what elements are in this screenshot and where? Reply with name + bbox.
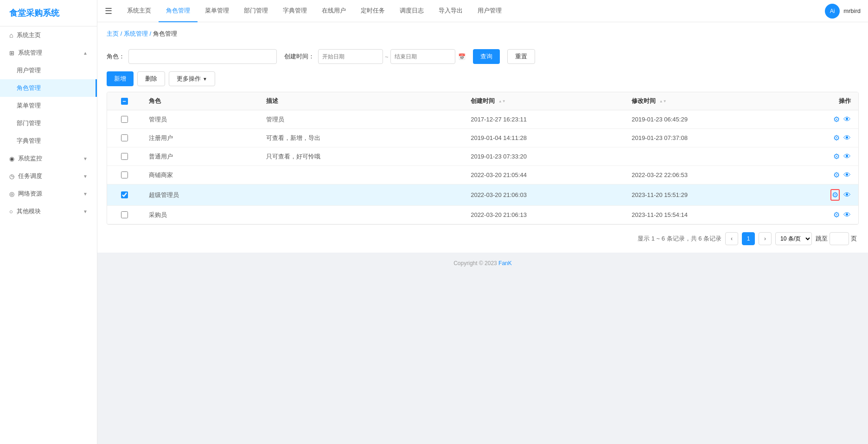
tab-online-users[interactable]: 在线用户 <box>314 0 353 22</box>
eye-icon-5[interactable]: 👁 <box>843 211 851 219</box>
tab-scheduled-tasks[interactable]: 定时任务 <box>353 0 392 22</box>
row-checkbox-4[interactable] <box>121 191 128 198</box>
tab-user-management[interactable]: 用户管理 <box>470 0 509 22</box>
sidebar-group-other-title[interactable]: ○ 其他模块 ▼ <box>0 203 97 220</box>
row-desc-3 <box>259 166 464 184</box>
reset-button[interactable]: 重置 <box>507 49 535 64</box>
role-input[interactable] <box>128 49 277 64</box>
row-checkbox-1[interactable] <box>121 134 128 141</box>
sidebar-group-network-title[interactable]: ◎ 网络资源 ▼ <box>0 185 97 203</box>
row-role-1: 注册用户 <box>141 129 258 147</box>
row-role-4: 超级管理员 <box>141 184 258 206</box>
more-button[interactable]: 更多操作 ▼ <box>169 71 215 86</box>
eye-icon-4[interactable]: 👁 <box>843 191 851 199</box>
tab-import-export[interactable]: 导入导出 <box>431 0 470 22</box>
calendar-icon: 📅 <box>458 53 466 60</box>
row-checkbox-cell-1[interactable] <box>107 129 141 147</box>
row-checkbox-2[interactable] <box>121 153 128 160</box>
eye-icon-2[interactable]: 👁 <box>843 152 851 161</box>
row-checkbox-cell-4[interactable] <box>107 184 141 206</box>
row-desc-4 <box>259 184 464 206</box>
row-checkbox-5[interactable] <box>121 211 128 218</box>
goto-page: 跳至 页 <box>816 232 857 245</box>
tab-system-home[interactable]: 系统主页 <box>120 0 159 22</box>
tab-menu-management[interactable]: 菜单管理 <box>198 0 236 22</box>
header-action: 操作 <box>785 92 858 110</box>
goto-input[interactable] <box>830 232 849 245</box>
chevron-up-icon: ▲ <box>83 51 88 56</box>
breadcrumb-home[interactable]: 主页 <box>107 30 119 37</box>
chevron-down-icon-monitor: ▼ <box>83 156 88 161</box>
tab-role-management[interactable]: 角色管理 <box>159 0 198 22</box>
row-checkbox-cell-5[interactable] <box>107 206 141 224</box>
per-page-select[interactable]: 10 条/页 20 条/页 50 条/页 <box>775 232 812 245</box>
sidebar-group-other: ○ 其他模块 ▼ <box>0 203 97 220</box>
gear-icon-3[interactable]: ⚙ <box>833 171 840 179</box>
gear-icon-1[interactable]: ⚙ <box>833 133 840 142</box>
row-checkbox-cell-0[interactable] <box>107 110 141 129</box>
row-checkbox-0[interactable] <box>121 116 128 123</box>
content-area: 主页 / 系统管理 / 角色管理 角色： 创建时间： <box>97 22 868 444</box>
delete-button[interactable]: 删除 <box>137 71 165 86</box>
row-create-5: 2022-03-20 21:06:13 <box>463 206 624 224</box>
end-date-input[interactable] <box>390 49 455 64</box>
add-button[interactable]: 新增 <box>107 71 134 86</box>
footer-link[interactable]: FanK <box>498 260 512 266</box>
tab-schedule-log[interactable]: 调度日志 <box>392 0 431 22</box>
query-button[interactable]: 查询 <box>473 49 500 64</box>
start-date-input[interactable] <box>318 49 383 64</box>
hamburger-icon[interactable]: ☰ <box>105 6 112 16</box>
sidebar-group-system-title[interactable]: ⊞ 系统管理 ▲ <box>0 44 97 62</box>
search-bar: 角色： 创建时间： ~ 📅 查询 重置 <box>107 49 859 64</box>
action-bar: 新增 删除 更多操作 ▼ <box>107 71 859 86</box>
sidebar-item-dept-management[interactable]: 部门管理 <box>0 114 97 132</box>
header-checkbox[interactable] <box>121 98 128 105</box>
sidebar-item-menu-management[interactable]: 菜单管理 <box>0 97 97 114</box>
row-action-5: ⚙ 👁 <box>785 206 858 224</box>
user-info[interactable]: Ai mrbird <box>825 4 861 19</box>
top-nav: ☰ 系统主页 角色管理 菜单管理 部门管理 字典管理 <box>97 0 868 22</box>
row-modify-1: 2019-01-23 07:37:08 <box>624 129 785 147</box>
eye-icon-1[interactable]: 👁 <box>843 134 851 142</box>
page-content: 主页 / 系统管理 / 角色管理 角色： 创建时间： <box>97 22 868 253</box>
prev-page-button[interactable]: ‹ <box>725 232 738 245</box>
sidebar-group-task: ◷ 任务调度 ▼ <box>0 167 97 185</box>
header-modify-time[interactable]: 修改时间 ▲▼ <box>624 92 785 110</box>
row-modify-3: 2022-03-22 22:06:53 <box>624 166 785 184</box>
pagination: 显示 1 ~ 6 条记录，共 6 条记录 ‹ 1 › 10 条/页 20 条/页… <box>107 232 859 245</box>
chevron-down-icon-other: ▼ <box>83 209 88 214</box>
row-checkbox-cell-3[interactable] <box>107 166 141 184</box>
next-page-button[interactable]: › <box>759 232 772 245</box>
nav-menu: 系统主页 角色管理 菜单管理 部门管理 字典管理 在线用户 <box>120 0 509 22</box>
sidebar-group-system: ⊞ 系统管理 ▲ 用户管理 角色管理 菜单管理 <box>0 44 97 150</box>
table-row: 商铺商家 2022-03-20 21:05:44 2022-03-22 22:0… <box>107 166 858 184</box>
breadcrumb-system[interactable]: 系统管理 <box>124 30 148 37</box>
date-range: ~ 📅 <box>318 49 466 64</box>
sidebar-group-monitor-title[interactable]: ◉ 系统监控 ▼ <box>0 150 97 167</box>
header-create-time[interactable]: 创建时间 ▲▼ <box>463 92 624 110</box>
breadcrumb: 主页 / 系统管理 / 角色管理 <box>107 30 859 42</box>
row-action-3: ⚙ 👁 <box>785 166 858 184</box>
header-desc: 描述 <box>259 92 464 110</box>
sidebar-group-task-title[interactable]: ◷ 任务调度 ▼ <box>0 167 97 185</box>
sidebar-item-user-management[interactable]: 用户管理 <box>0 62 97 79</box>
row-checkbox-3[interactable] <box>121 171 128 178</box>
gear-icon-0[interactable]: ⚙ <box>833 115 840 124</box>
sidebar-item-dict-management[interactable]: 字典管理 <box>0 132 97 150</box>
gear-icon-2[interactable]: ⚙ <box>833 152 840 161</box>
table-row: 超级管理员 2022-03-20 21:06:03 2023-11-20 15:… <box>107 184 858 206</box>
eye-icon-3[interactable]: 👁 <box>843 171 851 179</box>
sidebar-item-home[interactable]: ⌂ 系统主页 <box>0 26 97 44</box>
row-modify-0: 2019-01-23 06:45:29 <box>624 110 785 129</box>
header-checkbox-cell[interactable] <box>107 92 141 110</box>
gear-icon-5[interactable]: ⚙ <box>833 210 840 219</box>
page-1-button[interactable]: 1 <box>742 232 755 245</box>
sidebar-item-role-management[interactable]: 角色管理 <box>0 79 97 97</box>
tab-dept-management[interactable]: 部门管理 <box>236 0 275 22</box>
gear-icon-4[interactable]: ⚙ <box>830 189 840 201</box>
username: mrbird <box>843 7 861 14</box>
row-role-5: 采购员 <box>141 206 258 224</box>
eye-icon-0[interactable]: 👁 <box>843 115 851 124</box>
row-checkbox-cell-2[interactable] <box>107 147 141 166</box>
tab-dict-management[interactable]: 字典管理 <box>275 0 314 22</box>
